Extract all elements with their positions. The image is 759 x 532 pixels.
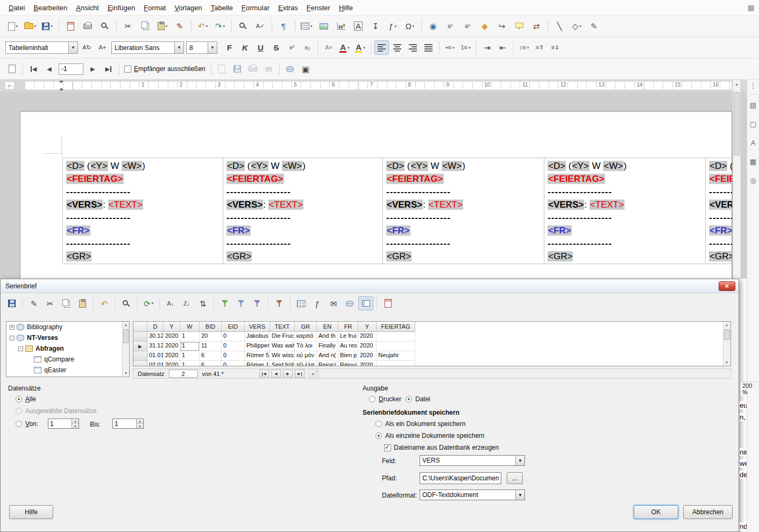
grid-cell[interactable]: 2020 <box>358 351 377 361</box>
to-record-spinner[interactable]: ▲▼ <box>112 418 144 429</box>
data-to-text-icon[interactable] <box>294 296 309 310</box>
unordered-list-dropdown-arrow[interactable]: ▾ <box>452 46 455 50</box>
grid-cell[interactable]: Römer 1: <box>245 361 270 366</box>
grid-cell[interactable]: 2020 <box>358 342 377 351</box>
grid-cell[interactable]: 0 <box>222 361 245 366</box>
merge-field-feiertag[interactable]: <FEIERTAG> <box>709 174 732 184</box>
grid-cell[interactable]: 6 <box>200 361 222 366</box>
font-name-combobox[interactable]: Liberation Sans ▼ <box>111 41 184 54</box>
menu-ansicht[interactable]: Ansicht <box>72 2 103 14</box>
new-document-dropdown-arrow[interactable]: ▾ <box>16 24 18 29</box>
insert-bookmark-icon[interactable]: ◆ <box>477 19 493 33</box>
cut-icon[interactable]: ✂ <box>120 19 136 33</box>
unordered-list-icon[interactable]: •≡▾ <box>443 40 457 55</box>
subscript-icon[interactable]: x₂ <box>300 40 315 55</box>
next-record-button[interactable]: ▶ <box>283 370 293 378</box>
grid-cell[interactable]: 0 <box>222 351 245 361</box>
grid-column-header-y-10[interactable]: Y <box>358 322 377 332</box>
scroll-down-icon[interactable]: ▼ <box>723 359 730 366</box>
grid-cell[interactable]: Bien p <box>338 351 358 361</box>
radio-from-records[interactable]: Von: <box>16 420 38 428</box>
menu-extras[interactable]: Extras <box>274 2 302 14</box>
sort-descending-icon[interactable]: Z↓ <box>179 296 194 310</box>
filename-from-database-checkbox-row[interactable]: Dateiname aus Datenbank erzeugen <box>382 444 499 451</box>
record-number-input[interactable] <box>59 63 83 75</box>
grid-cell[interactable]: Finally <box>317 342 338 351</box>
sidebar-properties-icon[interactable]: ▤ <box>748 98 759 112</box>
grid-cell[interactable]: Τὸ λοι <box>295 342 317 351</box>
grid-cell[interactable]: Seid fröh <box>270 361 295 366</box>
grid-row-header[interactable] <box>133 351 147 361</box>
grid-column-header-text-6[interactable]: TEXT <box>270 322 295 332</box>
paste-icon[interactable] <box>75 296 90 310</box>
document-vertical-scrollbar[interactable]: ▲ <box>733 80 741 279</box>
line-spacing-icon[interactable]: ↕≡▾ <box>517 40 531 55</box>
sort-icon[interactable]: ⇅ <box>195 296 210 310</box>
sidebar-settings-icon[interactable]: ⋮ <box>750 82 757 93</box>
merge-field-feiertag[interactable]: <FEIERTAG> <box>226 174 284 184</box>
font-color-icon[interactable]: A▾ <box>337 40 352 55</box>
scrollbar-thumb[interactable] <box>724 329 730 340</box>
highlight-color-dropdown-arrow[interactable]: ▾ <box>363 46 365 50</box>
field-combobox[interactable]: VERS ▼ <box>420 455 525 466</box>
last-record-button[interactable]: ▶ <box>295 370 304 378</box>
document-table-cell[interactable]: <D> (<Y> W <W>)<FEIERTAG>---------------… <box>382 158 544 264</box>
merge-field-text[interactable]: <TEXT> <box>268 200 303 210</box>
merge-field-fr[interactable]: <FR> <box>386 225 410 236</box>
standard-filter-icon[interactable] <box>250 296 265 310</box>
scroll-down-icon[interactable]: ▼ <box>123 370 129 377</box>
merge-field-d[interactable]: <D> <box>386 161 405 171</box>
tree-expander-icon[interactable]: - <box>18 346 23 351</box>
save-record-icon[interactable] <box>4 296 19 310</box>
undo-icon[interactable]: ↶▾ <box>195 19 211 33</box>
sidebar-styles-icon[interactable]: A <box>748 136 759 150</box>
radio-single-document[interactable]: Als ein Dokument speichern <box>375 420 465 428</box>
grid-cell[interactable]: And n( <box>317 351 338 361</box>
merge-field-w[interactable]: <W> <box>603 161 623 171</box>
insert-page-break-icon[interactable]: ↧ <box>367 19 384 33</box>
merge-field-feiertag[interactable]: <FEIERTAG> <box>548 174 605 184</box>
superscript-icon[interactable]: x² <box>285 40 299 55</box>
merge-field-d[interactable]: <D> <box>66 161 84 171</box>
export-pdf-icon[interactable] <box>62 19 79 33</box>
grid-cell[interactable]: Réjoui <box>338 361 358 366</box>
merge-field-vers[interactable]: <VERS> <box>709 200 732 210</box>
document-table-cell[interactable]: <D> (<Y> W <W>)<FEIERTAG>---------------… <box>705 158 732 264</box>
grid-cell[interactable]: Römer 5, <box>245 351 270 361</box>
grid-cell[interactable]: 2020 <box>164 332 180 342</box>
grid-column-header-eid-4[interactable]: EID <box>222 322 245 332</box>
menu-einf-gen[interactable]: Einfügen <box>103 2 139 14</box>
grid-cell[interactable]: 31.12 <box>147 342 164 351</box>
apply-filter-icon[interactable] <box>233 296 249 310</box>
sidebar-gallery-icon[interactable]: ▦ <box>748 154 759 168</box>
merge-field-vers[interactable]: <VERS> <box>548 200 584 210</box>
radio-file[interactable]: Datei <box>406 395 430 403</box>
grid-cell[interactable]: Le frui <box>338 332 358 342</box>
document-page[interactable]: <D> (<Y> W <W>)<FEIERTAG>---------------… <box>20 111 732 279</box>
scrollbar-thumb[interactable] <box>123 329 129 343</box>
paragraph-style-combobox[interactable]: Tabelleninhalt ▼ <box>5 41 78 54</box>
grid-cell[interactable]: Was wah <box>270 342 295 351</box>
field-dropdown-arrow[interactable]: ▼ <box>515 456 524 465</box>
save-icon[interactable]: ▾ <box>39 19 55 33</box>
grid-cell[interactable]: Die Fruc <box>270 332 295 342</box>
basic-shapes-icon[interactable]: ◇▾ <box>569 19 585 33</box>
merge-field-feiertag[interactable]: <FEIERTAG> <box>66 174 124 184</box>
spin-down-icon[interactable]: ▼ <box>72 424 79 428</box>
grid-column-header-vers-5[interactable]: VERS <box>245 322 270 332</box>
left-indent-marker[interactable] <box>59 88 63 90</box>
file-format-dropdown-arrow[interactable]: ▼ <box>515 490 524 500</box>
merge-field-text[interactable]: <TEXT> <box>590 200 625 210</box>
tree-scrollbar[interactable]: ▲ ▼ <box>122 322 129 377</box>
show-draw-functions-icon[interactable]: ✎ <box>586 19 602 33</box>
grid-cell[interactable]: Wir wiss <box>270 351 295 361</box>
merge-field-d[interactable]: <D> <box>548 161 566 171</box>
menu-hilfe[interactable]: Hilfe <box>335 2 357 14</box>
menu-vorlagen[interactable]: Vorlagen <box>170 2 206 14</box>
spelling-icon[interactable]: A✓ <box>252 19 268 33</box>
grid-cell[interactable]: Au res <box>338 342 358 351</box>
grid-column-header-bid-3[interactable]: BID <box>200 322 222 332</box>
merge-field-d[interactable]: <D> <box>226 161 245 171</box>
tree-item-bibliography[interactable]: +Bibliography <box>6 322 129 332</box>
grid-column-header-fr-9[interactable]: FR <box>338 322 358 332</box>
